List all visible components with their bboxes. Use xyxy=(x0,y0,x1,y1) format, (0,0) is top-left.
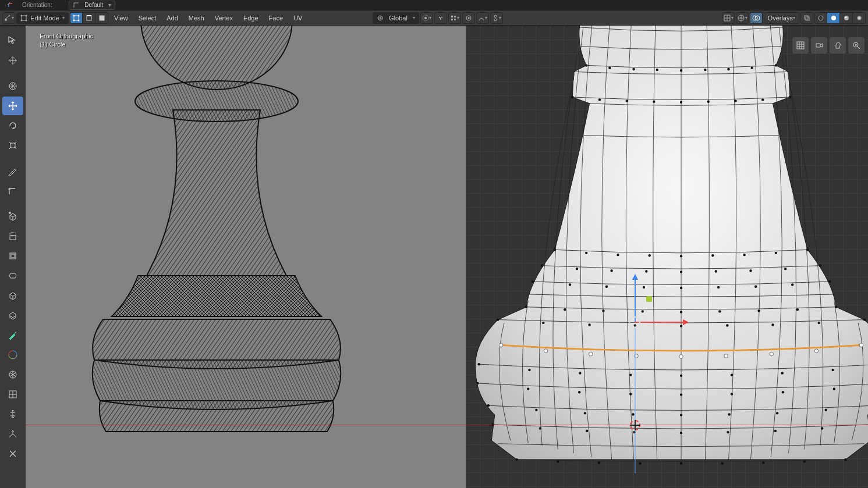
tool-cursor[interactable] xyxy=(2,51,23,70)
svg-point-143 xyxy=(535,409,537,411)
svg-point-117 xyxy=(588,323,590,326)
overlays-dropdown[interactable]: Overlays ▾ xyxy=(764,12,799,24)
nav-zoom-icon[interactable] xyxy=(848,37,865,54)
proportional-edit-toggle[interactable] xyxy=(462,12,475,24)
tool-loop-cut[interactable] xyxy=(2,306,23,325)
tool-measure[interactable] xyxy=(2,181,23,200)
tool-bevel[interactable] xyxy=(2,286,23,305)
menu-select[interactable]: Select xyxy=(134,12,161,24)
transform-gizmo-icon[interactable] xyxy=(3,1,17,10)
proportional-falloff-dropdown[interactable]: ▾ xyxy=(476,12,489,24)
chevron-down-icon: ▾ xyxy=(413,15,415,20)
menu-uv[interactable]: UV xyxy=(289,12,307,24)
shading-mode-group xyxy=(814,12,866,24)
svg-rect-18 xyxy=(451,16,453,17)
gizmo-y-axis[interactable] xyxy=(646,296,652,302)
tool-rotate[interactable] xyxy=(2,116,23,135)
mesh-edit-mode-options[interactable]: ▾ xyxy=(722,12,735,24)
svg-point-96 xyxy=(819,265,821,267)
menu-mesh[interactable]: Mesh xyxy=(184,12,209,24)
svg-point-164 xyxy=(680,462,682,464)
mode-dropdown[interactable]: Edit Mode ▾ xyxy=(16,12,69,24)
menu-add[interactable]: Add xyxy=(162,12,183,24)
svg-point-112 xyxy=(757,309,760,312)
tool-poly-build[interactable] xyxy=(2,345,23,364)
svg-point-72 xyxy=(625,99,628,102)
svg-rect-40 xyxy=(10,236,16,240)
left-viewport[interactable]: Front Orthographic (1) Circle xyxy=(0,26,466,488)
nav-camera-icon[interactable] xyxy=(811,37,827,54)
right-viewport[interactable] xyxy=(466,26,868,488)
svg-point-86 xyxy=(775,252,777,254)
x-axis-line xyxy=(26,425,466,425)
x-axis-line-right xyxy=(466,425,868,425)
svg-point-171 xyxy=(589,352,593,356)
tool-smooth[interactable] xyxy=(2,385,23,404)
svg-point-64 xyxy=(656,69,658,71)
svg-point-8 xyxy=(73,15,75,16)
menu-vertex[interactable]: Vertex xyxy=(210,12,238,24)
overlays-toggle[interactable] xyxy=(750,12,763,24)
svg-point-78 xyxy=(789,96,791,98)
svg-point-135 xyxy=(578,391,580,393)
shading-wireframe[interactable] xyxy=(814,12,827,24)
svg-point-50 xyxy=(141,26,292,90)
xray-toggle[interactable] xyxy=(800,12,813,24)
menu-view[interactable]: View xyxy=(109,12,133,24)
pivot-point-dropdown[interactable]: ▾ xyxy=(420,12,433,24)
view-name-text: Front Orthographic xyxy=(40,33,93,40)
orientation-bar: Orientation: Default ▾ xyxy=(0,0,868,10)
svg-point-102 xyxy=(717,286,720,288)
tool-select-circle[interactable] xyxy=(2,77,23,95)
tool-select-box[interactable] xyxy=(2,31,23,50)
tool-annotate[interactable] xyxy=(2,162,23,180)
svg-point-122 xyxy=(818,322,820,324)
options-dropdown[interactable]: ▾ xyxy=(490,12,503,24)
tool-inset-faces[interactable] xyxy=(2,266,23,285)
tool-shrink-fatten[interactable] xyxy=(2,425,23,443)
svg-point-70 xyxy=(571,96,573,98)
svg-point-91 xyxy=(645,270,647,272)
orientation-dropdown[interactable]: Default ▾ xyxy=(69,1,115,10)
editor-type-dropdown[interactable]: ▾ xyxy=(2,12,15,24)
select-mode-face[interactable] xyxy=(95,12,108,24)
svg-point-67 xyxy=(727,68,729,70)
reference-image-area[interactable]: Front Orthographic (1) Circle xyxy=(26,26,466,488)
snap-element-dropdown[interactable]: ▾ xyxy=(448,12,461,24)
shading-solid[interactable] xyxy=(827,12,840,24)
menu-face[interactable]: Face xyxy=(264,12,288,24)
transform-orientation-dropdown[interactable]: Global ▾ xyxy=(373,12,419,24)
gizmo-center[interactable] xyxy=(629,316,640,328)
nav-grid-icon[interactable] xyxy=(792,37,809,54)
svg-point-73 xyxy=(653,101,655,103)
tool-extrude-region[interactable] xyxy=(2,227,23,245)
chevron-down-icon: ▾ xyxy=(499,15,501,20)
svg-point-88 xyxy=(541,265,543,267)
svg-point-106 xyxy=(525,306,527,308)
gizmo-toggle[interactable]: ▾ xyxy=(736,12,749,24)
select-mode-vertex[interactable] xyxy=(70,12,83,24)
svg-rect-31 xyxy=(806,17,809,20)
snap-toggle[interactable] xyxy=(434,12,447,24)
shading-material[interactable] xyxy=(840,12,853,24)
shading-rendered[interactable] xyxy=(853,12,866,24)
select-mode-edge[interactable] xyxy=(83,12,95,24)
svg-point-126 xyxy=(579,372,581,374)
svg-point-35 xyxy=(845,16,846,18)
tool-move[interactable] xyxy=(2,97,23,115)
tool-extrude-individual[interactable] xyxy=(2,247,23,265)
gizmo-z-axis[interactable] xyxy=(635,276,636,322)
svg-point-105 xyxy=(828,280,831,283)
gizmo-x-axis[interactable] xyxy=(635,322,687,323)
tool-spin[interactable] xyxy=(2,365,23,384)
nav-pan-icon[interactable] xyxy=(830,37,846,54)
svg-point-138 xyxy=(731,393,733,395)
svg-point-6 xyxy=(26,19,27,21)
svg-point-87 xyxy=(806,248,809,251)
tool-knife[interactable] xyxy=(2,326,23,344)
menu-edge[interactable]: Edge xyxy=(239,12,263,24)
tool-add-cube[interactable] xyxy=(2,207,23,226)
tool-rip-region[interactable] xyxy=(2,444,23,463)
tool-scale[interactable] xyxy=(2,136,23,155)
tool-edge-slide[interactable] xyxy=(2,405,23,423)
